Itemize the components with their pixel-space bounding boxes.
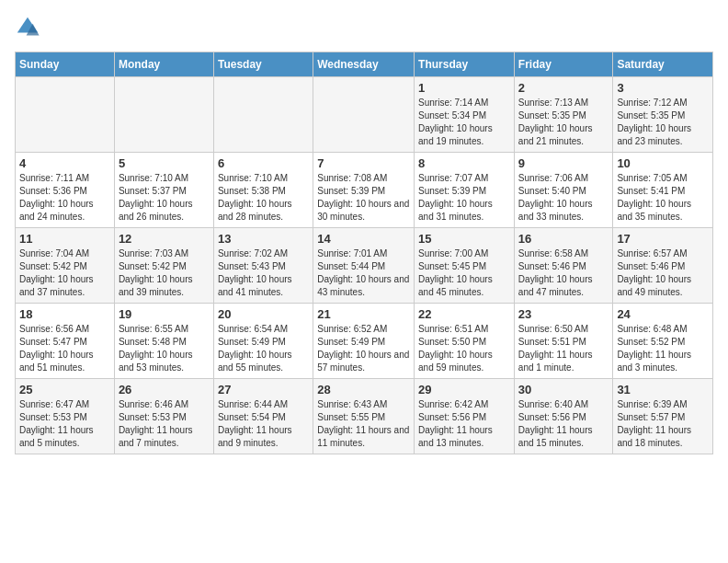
- day-number: 17: [617, 232, 709, 246]
- day-info: Sunrise: 6:47 AM Sunset: 5:53 PM Dayligh…: [19, 398, 110, 450]
- col-monday: Monday: [114, 52, 213, 77]
- day-info: Sunrise: 6:52 AM Sunset: 5:49 PM Dayligh…: [317, 323, 410, 374]
- day-number: 30: [518, 383, 609, 396]
- calendar-cell: [114, 77, 213, 153]
- day-info: Sunrise: 7:06 AM Sunset: 5:40 PM Dayligh…: [518, 172, 609, 224]
- calendar-cell: 7Sunrise: 7:08 AM Sunset: 5:39 PM Daylig…: [313, 153, 415, 228]
- calendar-cell: 24Sunrise: 6:48 AM Sunset: 5:52 PM Dayli…: [613, 304, 713, 379]
- day-number: 11: [19, 232, 110, 246]
- day-info: Sunrise: 6:55 AM Sunset: 5:48 PM Dayligh…: [119, 323, 210, 374]
- day-info: Sunrise: 7:02 AM Sunset: 5:43 PM Dayligh…: [218, 247, 309, 299]
- calendar-cell: 9Sunrise: 7:06 AM Sunset: 5:40 PM Daylig…: [514, 153, 613, 228]
- day-number: 13: [218, 232, 309, 246]
- day-info: Sunrise: 7:11 AM Sunset: 5:36 PM Dayligh…: [19, 172, 110, 224]
- day-info: Sunrise: 7:12 AM Sunset: 5:35 PM Dayligh…: [617, 97, 709, 148]
- calendar-cell: 31Sunrise: 6:39 AM Sunset: 5:57 PM Dayli…: [613, 379, 713, 454]
- day-info: Sunrise: 7:04 AM Sunset: 5:42 PM Dayligh…: [19, 247, 110, 299]
- day-number: 4: [19, 156, 110, 170]
- col-sunday: Sunday: [16, 52, 115, 77]
- day-info: Sunrise: 6:46 AM Sunset: 5:53 PM Dayligh…: [119, 398, 210, 450]
- day-number: 27: [218, 383, 309, 396]
- col-tuesday: Tuesday: [213, 52, 313, 77]
- day-number: 24: [617, 307, 709, 321]
- header-row: Sunday Monday Tuesday Wednesday Thursday…: [16, 52, 713, 77]
- calendar-cell: 16Sunrise: 6:58 AM Sunset: 5:46 PM Dayli…: [514, 228, 613, 304]
- day-number: 29: [418, 383, 510, 396]
- page-header: [15, 15, 713, 40]
- col-wednesday: Wednesday: [313, 52, 415, 77]
- day-info: Sunrise: 7:00 AM Sunset: 5:45 PM Dayligh…: [418, 247, 510, 299]
- col-thursday: Thursday: [415, 52, 515, 77]
- logo-icon: [15, 15, 40, 40]
- day-number: 23: [518, 307, 609, 321]
- day-info: Sunrise: 7:08 AM Sunset: 5:39 PM Dayligh…: [317, 172, 410, 224]
- calendar-cell: 8Sunrise: 7:07 AM Sunset: 5:39 PM Daylig…: [415, 153, 515, 228]
- day-number: 7: [317, 156, 410, 170]
- day-number: 18: [19, 307, 110, 321]
- calendar-week-5: 25Sunrise: 6:47 AM Sunset: 5:53 PM Dayli…: [16, 379, 713, 454]
- calendar-cell: [213, 77, 313, 153]
- day-number: 1: [418, 81, 510, 95]
- logo: [15, 15, 44, 40]
- calendar-cell: 14Sunrise: 7:01 AM Sunset: 5:44 PM Dayli…: [313, 228, 415, 304]
- calendar-cell: 20Sunrise: 6:54 AM Sunset: 5:49 PM Dayli…: [213, 304, 313, 379]
- calendar-cell: 13Sunrise: 7:02 AM Sunset: 5:43 PM Dayli…: [213, 228, 313, 304]
- calendar-cell: 28Sunrise: 6:43 AM Sunset: 5:55 PM Dayli…: [313, 379, 415, 454]
- day-number: 2: [518, 81, 609, 95]
- day-number: 16: [518, 232, 609, 246]
- day-info: Sunrise: 6:50 AM Sunset: 5:51 PM Dayligh…: [518, 323, 609, 374]
- calendar-cell: 10Sunrise: 7:05 AM Sunset: 5:41 PM Dayli…: [613, 153, 713, 228]
- day-number: 25: [19, 383, 110, 396]
- col-friday: Friday: [514, 52, 613, 77]
- calendar-cell: 26Sunrise: 6:46 AM Sunset: 5:53 PM Dayli…: [114, 379, 213, 454]
- calendar-cell: 15Sunrise: 7:00 AM Sunset: 5:45 PM Dayli…: [415, 228, 515, 304]
- day-info: Sunrise: 6:54 AM Sunset: 5:49 PM Dayligh…: [218, 323, 309, 374]
- calendar-cell: 19Sunrise: 6:55 AM Sunset: 5:48 PM Dayli…: [114, 304, 213, 379]
- calendar-cell: 17Sunrise: 6:57 AM Sunset: 5:46 PM Dayli…: [613, 228, 713, 304]
- day-info: Sunrise: 7:03 AM Sunset: 5:42 PM Dayligh…: [119, 247, 210, 299]
- day-number: 5: [119, 156, 210, 170]
- calendar-cell: 23Sunrise: 6:50 AM Sunset: 5:51 PM Dayli…: [514, 304, 613, 379]
- day-info: Sunrise: 7:05 AM Sunset: 5:41 PM Dayligh…: [617, 172, 709, 224]
- calendar-table: Sunday Monday Tuesday Wednesday Thursday…: [15, 52, 713, 454]
- day-info: Sunrise: 6:57 AM Sunset: 5:46 PM Dayligh…: [617, 247, 709, 299]
- calendar-cell: 5Sunrise: 7:10 AM Sunset: 5:37 PM Daylig…: [114, 153, 213, 228]
- calendar-cell: 18Sunrise: 6:56 AM Sunset: 5:47 PM Dayli…: [16, 304, 115, 379]
- day-number: 19: [119, 307, 210, 321]
- day-info: Sunrise: 7:14 AM Sunset: 5:34 PM Dayligh…: [418, 97, 510, 148]
- day-info: Sunrise: 6:58 AM Sunset: 5:46 PM Dayligh…: [518, 247, 609, 299]
- day-info: Sunrise: 6:42 AM Sunset: 5:56 PM Dayligh…: [418, 398, 510, 450]
- day-info: Sunrise: 7:10 AM Sunset: 5:38 PM Dayligh…: [218, 172, 309, 224]
- calendar-cell: 21Sunrise: 6:52 AM Sunset: 5:49 PM Dayli…: [313, 304, 415, 379]
- day-number: 26: [119, 383, 210, 396]
- day-number: 15: [418, 232, 510, 246]
- calendar-cell: 27Sunrise: 6:44 AM Sunset: 5:54 PM Dayli…: [213, 379, 313, 454]
- calendar-cell: 3Sunrise: 7:12 AM Sunset: 5:35 PM Daylig…: [613, 77, 713, 153]
- day-number: 14: [317, 232, 410, 246]
- day-number: 20: [218, 307, 309, 321]
- day-number: 6: [218, 156, 309, 170]
- day-number: 9: [518, 156, 609, 170]
- calendar-cell: 30Sunrise: 6:40 AM Sunset: 5:56 PM Dayli…: [514, 379, 613, 454]
- day-number: 3: [617, 81, 709, 95]
- day-info: Sunrise: 6:44 AM Sunset: 5:54 PM Dayligh…: [218, 398, 309, 450]
- day-number: 31: [617, 383, 709, 396]
- calendar-cell: 22Sunrise: 6:51 AM Sunset: 5:50 PM Dayli…: [415, 304, 515, 379]
- day-info: Sunrise: 6:39 AM Sunset: 5:57 PM Dayligh…: [617, 398, 709, 450]
- day-info: Sunrise: 7:07 AM Sunset: 5:39 PM Dayligh…: [418, 172, 510, 224]
- day-info: Sunrise: 6:51 AM Sunset: 5:50 PM Dayligh…: [418, 323, 510, 374]
- day-info: Sunrise: 6:43 AM Sunset: 5:55 PM Dayligh…: [317, 398, 410, 450]
- day-info: Sunrise: 6:56 AM Sunset: 5:47 PM Dayligh…: [19, 323, 110, 374]
- calendar-week-2: 4Sunrise: 7:11 AM Sunset: 5:36 PM Daylig…: [16, 153, 713, 228]
- calendar-week-1: 1Sunrise: 7:14 AM Sunset: 5:34 PM Daylig…: [16, 77, 713, 153]
- day-number: 10: [617, 156, 709, 170]
- day-info: Sunrise: 7:10 AM Sunset: 5:37 PM Dayligh…: [119, 172, 210, 224]
- calendar-cell: 25Sunrise: 6:47 AM Sunset: 5:53 PM Dayli…: [16, 379, 115, 454]
- calendar-cell: 11Sunrise: 7:04 AM Sunset: 5:42 PM Dayli…: [16, 228, 115, 304]
- calendar-cell: 6Sunrise: 7:10 AM Sunset: 5:38 PM Daylig…: [213, 153, 313, 228]
- day-number: 22: [418, 307, 510, 321]
- day-number: 8: [418, 156, 510, 170]
- day-number: 28: [317, 383, 410, 396]
- day-number: 21: [317, 307, 410, 321]
- calendar-cell: 29Sunrise: 6:42 AM Sunset: 5:56 PM Dayli…: [415, 379, 515, 454]
